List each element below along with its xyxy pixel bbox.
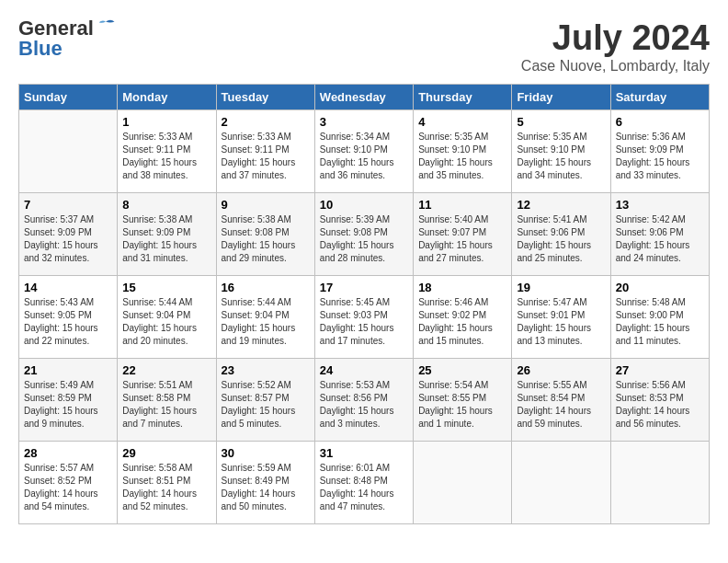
day-number: 22 [122,363,210,377]
day-info: Sunrise: 5:55 AM Sunset: 8:54 PM Dayligh… [517,379,605,431]
day-cell: 5Sunrise: 5:35 AM Sunset: 9:10 PM Daylig… [512,110,610,193]
day-number: 9 [222,198,310,212]
day-cell: 6Sunrise: 5:36 AM Sunset: 9:09 PM Daylig… [610,110,709,193]
day-number: 15 [122,281,210,294]
day-info: Sunrise: 5:35 AM Sunset: 9:10 PM Dayligh… [517,131,605,182]
day-info: Sunrise: 5:34 AM Sunset: 9:10 PM Dayligh… [320,131,408,182]
day-number: 14 [24,281,112,294]
day-number: 25 [418,363,506,377]
column-header-thursday: Thursday [414,85,512,110]
day-number: 12 [517,198,605,212]
day-cell [19,110,118,193]
day-number: 2 [222,115,310,129]
day-number: 23 [222,363,310,377]
day-cell: 31Sunrise: 6:01 AM Sunset: 8:48 PM Dayli… [314,442,413,524]
day-cell: 21Sunrise: 5:49 AM Sunset: 8:59 PM Dayli… [19,359,118,442]
day-cell: 18Sunrise: 5:46 AM Sunset: 9:02 PM Dayli… [414,276,512,359]
week-row-3: 14Sunrise: 5:43 AM Sunset: 9:05 PM Dayli… [19,276,710,359]
logo-bird-icon [96,17,116,37]
day-info: Sunrise: 5:51 AM Sunset: 8:58 PM Dayligh… [122,379,210,431]
day-info: Sunrise: 5:35 AM Sunset: 9:10 PM Dayligh… [418,131,506,182]
day-info: Sunrise: 5:48 AM Sunset: 9:00 PM Dayligh… [616,296,704,348]
day-number: 21 [24,363,112,377]
day-number: 17 [320,281,408,294]
day-info: Sunrise: 5:38 AM Sunset: 9:09 PM Dayligh… [122,213,210,265]
day-number: 27 [616,363,704,377]
logo-blue-text: Blue [18,39,63,59]
column-header-wednesday: Wednesday [314,85,413,110]
day-cell: 1Sunrise: 5:33 AM Sunset: 9:11 PM Daylig… [118,110,216,193]
day-number: 4 [418,115,506,129]
day-info: Sunrise: 5:58 AM Sunset: 8:51 PM Dayligh… [122,462,210,513]
column-header-sunday: Sunday [19,85,118,110]
day-number: 6 [616,115,704,129]
day-cell: 4Sunrise: 5:35 AM Sunset: 9:10 PM Daylig… [414,110,512,193]
day-cell: 29Sunrise: 5:58 AM Sunset: 8:51 PM Dayli… [118,442,216,524]
day-cell: 22Sunrise: 5:51 AM Sunset: 8:58 PM Dayli… [118,359,216,442]
week-row-4: 21Sunrise: 5:49 AM Sunset: 8:59 PM Dayli… [19,359,710,442]
day-info: Sunrise: 5:56 AM Sunset: 8:53 PM Dayligh… [616,379,704,431]
day-number: 16 [222,281,310,294]
day-cell: 26Sunrise: 5:55 AM Sunset: 8:54 PM Dayli… [512,359,610,442]
day-cell [512,442,610,524]
day-cell: 8Sunrise: 5:38 AM Sunset: 9:09 PM Daylig… [118,193,216,276]
calendar-table: SundayMondayTuesdayWednesdayThursdayFrid… [18,84,710,524]
page-header: General Blue July 2024 Case Nuove, Lomba… [18,18,710,75]
day-number: 1 [122,115,210,129]
day-info: Sunrise: 5:37 AM Sunset: 9:09 PM Dayligh… [24,213,112,265]
day-cell: 24Sunrise: 5:53 AM Sunset: 8:56 PM Dayli… [314,359,413,442]
day-info: Sunrise: 5:40 AM Sunset: 9:07 PM Dayligh… [418,213,506,265]
column-header-friday: Friday [512,85,610,110]
day-info: Sunrise: 5:44 AM Sunset: 9:04 PM Dayligh… [122,296,210,348]
month-year-title: July 2024 [521,18,710,58]
day-number: 3 [320,115,408,129]
day-info: Sunrise: 6:01 AM Sunset: 8:48 PM Dayligh… [320,462,408,513]
day-info: Sunrise: 5:33 AM Sunset: 9:11 PM Dayligh… [222,131,310,182]
day-number: 7 [24,198,112,212]
day-number: 31 [320,446,408,460]
day-cell: 14Sunrise: 5:43 AM Sunset: 9:05 PM Dayli… [19,276,118,359]
day-cell: 17Sunrise: 5:45 AM Sunset: 9:03 PM Dayli… [314,276,413,359]
day-cell: 10Sunrise: 5:39 AM Sunset: 9:08 PM Dayli… [314,193,413,276]
week-row-1: 1Sunrise: 5:33 AM Sunset: 9:11 PM Daylig… [19,110,710,193]
day-cell: 7Sunrise: 5:37 AM Sunset: 9:09 PM Daylig… [19,193,118,276]
day-number: 19 [517,281,605,294]
day-cell: 28Sunrise: 5:57 AM Sunset: 8:52 PM Dayli… [19,442,118,524]
day-info: Sunrise: 5:49 AM Sunset: 8:59 PM Dayligh… [24,379,112,431]
day-cell: 11Sunrise: 5:40 AM Sunset: 9:07 PM Dayli… [414,193,512,276]
day-number: 30 [222,446,310,460]
day-number: 24 [320,363,408,377]
day-info: Sunrise: 5:33 AM Sunset: 9:11 PM Dayligh… [122,131,210,182]
location-text: Case Nuove, Lombardy, Italy [521,58,710,75]
day-cell [610,442,709,524]
day-number: 26 [517,363,605,377]
day-info: Sunrise: 5:39 AM Sunset: 9:08 PM Dayligh… [320,213,408,265]
week-row-5: 28Sunrise: 5:57 AM Sunset: 8:52 PM Dayli… [19,442,710,524]
day-info: Sunrise: 5:45 AM Sunset: 9:03 PM Dayligh… [320,296,408,348]
day-number: 28 [24,446,112,460]
day-cell: 2Sunrise: 5:33 AM Sunset: 9:11 PM Daylig… [216,110,314,193]
logo: General Blue [18,18,116,59]
day-info: Sunrise: 5:52 AM Sunset: 8:57 PM Dayligh… [222,379,310,431]
day-cell: 30Sunrise: 5:59 AM Sunset: 8:49 PM Dayli… [216,442,314,524]
day-cell: 16Sunrise: 5:44 AM Sunset: 9:04 PM Dayli… [216,276,314,359]
day-info: Sunrise: 5:42 AM Sunset: 9:06 PM Dayligh… [616,213,704,265]
day-info: Sunrise: 5:38 AM Sunset: 9:08 PM Dayligh… [222,213,310,265]
column-header-saturday: Saturday [610,85,709,110]
day-number: 10 [320,198,408,212]
day-cell [414,442,512,524]
day-cell: 27Sunrise: 5:56 AM Sunset: 8:53 PM Dayli… [610,359,709,442]
logo-general-text: General [18,18,94,39]
week-row-2: 7Sunrise: 5:37 AM Sunset: 9:09 PM Daylig… [19,193,710,276]
day-cell: 13Sunrise: 5:42 AM Sunset: 9:06 PM Dayli… [610,193,709,276]
day-cell: 20Sunrise: 5:48 AM Sunset: 9:00 PM Dayli… [610,276,709,359]
day-cell: 12Sunrise: 5:41 AM Sunset: 9:06 PM Dayli… [512,193,610,276]
day-cell: 3Sunrise: 5:34 AM Sunset: 9:10 PM Daylig… [314,110,413,193]
column-header-tuesday: Tuesday [216,85,314,110]
day-info: Sunrise: 5:54 AM Sunset: 8:55 PM Dayligh… [418,379,506,431]
day-number: 11 [418,198,506,212]
day-cell: 9Sunrise: 5:38 AM Sunset: 9:08 PM Daylig… [216,193,314,276]
day-number: 20 [616,281,704,294]
day-info: Sunrise: 5:44 AM Sunset: 9:04 PM Dayligh… [222,296,310,348]
day-cell: 19Sunrise: 5:47 AM Sunset: 9:01 PM Dayli… [512,276,610,359]
